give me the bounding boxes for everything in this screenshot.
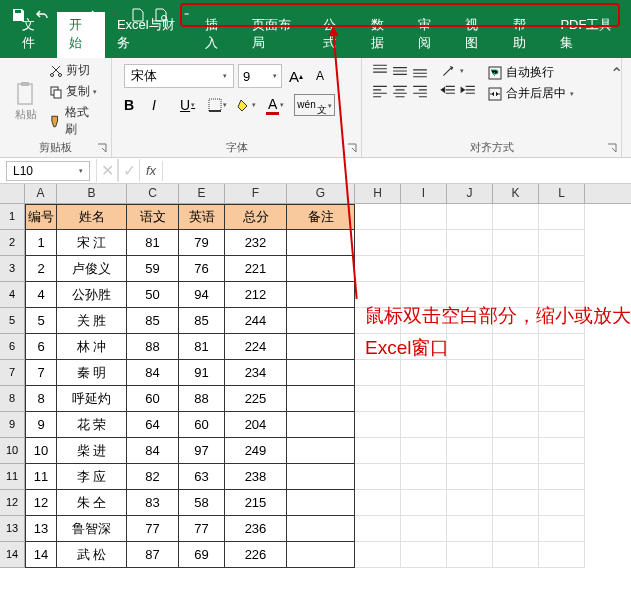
cell-J3[interactable] — [447, 256, 493, 282]
cell-L13[interactable] — [539, 516, 585, 542]
cell-L14[interactable] — [539, 542, 585, 568]
accept-formula-icon[interactable]: ✓ — [118, 159, 140, 182]
cell-L1[interactable] — [539, 204, 585, 230]
cell-F4[interactable]: 212 — [225, 282, 287, 308]
row-header-13[interactable]: 13 — [0, 516, 25, 542]
formula-input[interactable] — [162, 161, 631, 181]
cell-G8[interactable] — [287, 386, 355, 412]
fx-button[interactable]: fx — [140, 163, 162, 178]
col-header-G[interactable]: G — [287, 184, 355, 203]
cell-C6[interactable]: 88 — [127, 334, 179, 360]
paste-button[interactable]: 粘贴 — [10, 64, 43, 136]
cell-C14[interactable]: 87 — [127, 542, 179, 568]
cell-L12[interactable] — [539, 490, 585, 516]
align-launcher-icon[interactable] — [607, 143, 617, 153]
cell-C10[interactable]: 84 — [127, 438, 179, 464]
cell-B8[interactable]: 呼延灼 — [57, 386, 127, 412]
cell-I13[interactable] — [401, 516, 447, 542]
cell-I8[interactable] — [401, 386, 447, 412]
cell-F6[interactable]: 224 — [225, 334, 287, 360]
wrap-text-button[interactable]: 自动换行 — [488, 64, 574, 81]
cell-F7[interactable]: 234 — [225, 360, 287, 386]
cell-I3[interactable] — [401, 256, 447, 282]
cell-B11[interactable]: 李 应 — [57, 464, 127, 490]
cell-H14[interactable] — [355, 542, 401, 568]
cell-A9[interactable]: 9 — [25, 412, 57, 438]
cell-I11[interactable] — [401, 464, 447, 490]
cell-G14[interactable] — [287, 542, 355, 568]
select-all-button[interactable] — [0, 184, 25, 203]
cell-B6[interactable]: 林 冲 — [57, 334, 127, 360]
cell-B5[interactable]: 关 胜 — [57, 308, 127, 334]
col-header-E[interactable]: E — [179, 184, 225, 203]
cell-E6[interactable]: 81 — [179, 334, 225, 360]
cell-J13[interactable] — [447, 516, 493, 542]
cell-J1[interactable] — [447, 204, 493, 230]
phonetic-button[interactable]: wén文▾ — [294, 94, 334, 116]
cell-J8[interactable] — [447, 386, 493, 412]
cell-C7[interactable]: 84 — [127, 360, 179, 386]
cell-E8[interactable]: 88 — [179, 386, 225, 412]
row-header-12[interactable]: 12 — [0, 490, 25, 516]
row-header-6[interactable]: 6 — [0, 334, 25, 360]
cell-G13[interactable] — [287, 516, 355, 542]
decrease-font-button[interactable]: A — [310, 64, 330, 88]
collapse-ribbon-button[interactable]: ⌃ — [610, 64, 623, 83]
cell-F3[interactable]: 221 — [225, 256, 287, 282]
cell-G12[interactable] — [287, 490, 355, 516]
col-header-I[interactable]: I — [401, 184, 447, 203]
cell-A5[interactable]: 5 — [25, 308, 57, 334]
cell-E2[interactable]: 79 — [179, 230, 225, 256]
align-bottom-button[interactable] — [412, 64, 428, 78]
increase-font-button[interactable]: A▴ — [286, 64, 306, 88]
cell-K14[interactable] — [493, 542, 539, 568]
cut-button[interactable]: 剪切 — [47, 61, 102, 80]
cell-H13[interactable] — [355, 516, 401, 542]
cell-L3[interactable] — [539, 256, 585, 282]
cell-C5[interactable]: 85 — [127, 308, 179, 334]
orientation-button[interactable] — [440, 64, 456, 78]
cell-K2[interactable] — [493, 230, 539, 256]
row-header-3[interactable]: 3 — [0, 256, 25, 282]
cell-E14[interactable]: 69 — [179, 542, 225, 568]
cell-E9[interactable]: 60 — [179, 412, 225, 438]
cell-K8[interactable] — [493, 386, 539, 412]
cell-L2[interactable] — [539, 230, 585, 256]
tab-0[interactable]: 文件 — [10, 12, 57, 58]
cell-A7[interactable]: 7 — [25, 360, 57, 386]
cell-B7[interactable]: 秦 明 — [57, 360, 127, 386]
cell-B14[interactable]: 武 松 — [57, 542, 127, 568]
col-header-C[interactable]: C — [127, 184, 179, 203]
font-size-select[interactable]: 9▾ — [238, 64, 282, 88]
row-header-7[interactable]: 7 — [0, 360, 25, 386]
cell-B13[interactable]: 鲁智深 — [57, 516, 127, 542]
cell-J14[interactable] — [447, 542, 493, 568]
cell-F9[interactable]: 204 — [225, 412, 287, 438]
cell-H1[interactable] — [355, 204, 401, 230]
cell-K1[interactable] — [493, 204, 539, 230]
cell-K11[interactable] — [493, 464, 539, 490]
row-header-14[interactable]: 14 — [0, 542, 25, 568]
col-header-K[interactable]: K — [493, 184, 539, 203]
tab-1[interactable]: 开始 — [57, 12, 104, 58]
cell-I10[interactable] — [401, 438, 447, 464]
cell-H12[interactable] — [355, 490, 401, 516]
cell-I2[interactable] — [401, 230, 447, 256]
cell-B1[interactable]: 姓名 — [57, 204, 127, 230]
cell-B4[interactable]: 公孙胜 — [57, 282, 127, 308]
cell-B3[interactable]: 卢俊义 — [57, 256, 127, 282]
cell-K13[interactable] — [493, 516, 539, 542]
name-box[interactable]: L10▾ — [6, 161, 90, 181]
cell-A12[interactable]: 12 — [25, 490, 57, 516]
cell-J9[interactable] — [447, 412, 493, 438]
cell-C1[interactable]: 语文 — [127, 204, 179, 230]
underline-button[interactable]: U▾ — [180, 97, 198, 113]
cell-E3[interactable]: 76 — [179, 256, 225, 282]
merge-center-button[interactable]: 合并后居中▾ — [488, 85, 574, 102]
cell-J11[interactable] — [447, 464, 493, 490]
align-middle-button[interactable] — [392, 64, 408, 78]
cell-A8[interactable]: 8 — [25, 386, 57, 412]
cell-A3[interactable]: 2 — [25, 256, 57, 282]
cell-G11[interactable] — [287, 464, 355, 490]
cell-A13[interactable]: 13 — [25, 516, 57, 542]
